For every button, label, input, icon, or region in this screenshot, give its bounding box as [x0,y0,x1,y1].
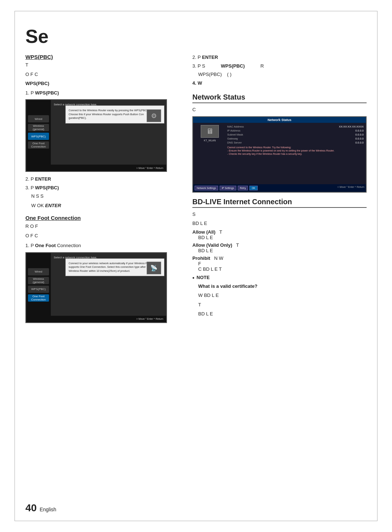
wps-step3: 3. P WPS(PBC) [25,184,181,192]
wps-step2-label: 2. P [25,176,34,182]
screen2-wired: Wired [28,268,49,275]
wps-right-step3-line1: S [202,63,205,69]
screen2-nav-text: > Move " Enter ^ Return [136,318,163,320]
wps-right-r-text: R [261,63,264,69]
note-bullet-icon: • [192,275,195,281]
screen1-wps: WPS(PBC) [28,133,49,140]
screen2-onefoot: One Foot Connection [28,294,49,302]
wps-intro-3: WPS(PBC) [25,80,181,87]
wps-right-step4-label: 4. W [192,80,202,86]
ns-dns-row: DNS Server 0.0.0.0 [227,141,364,144]
ns-gateway-label: Gateway [227,137,238,140]
note-text3: BD L E [198,310,367,318]
prohibit-desc2: C BD L E T [198,266,367,272]
screen2-router-icon: 📡 [150,265,158,271]
note-block: • NOTE What is a valid certificate? W BD… [192,275,367,318]
screen2-wireless: Wireless (general) [28,277,49,284]
screen2-device-icon: 📡 [147,262,161,274]
ns-router-icon: 🖥 [206,127,213,136]
ns-btn-retry[interactable]: Retry [238,186,248,190]
tv-screen-1: Network Settings Wired Wireless (general… [26,100,166,171]
screen2-wps: WPS(PBC) [28,286,49,293]
ns-mac-label: MAC Address [227,125,244,128]
page-footer: 40 English [25,502,56,514]
wps-right-step2: 2. P ENTER [192,54,367,61]
ns-right-panel: MAC Address XX:XX:XX:XX:XXXX IP Address … [227,125,364,176]
screen1-nav-text: > Move " Enter ^ Return [136,167,163,169]
wps-right-steps: 2. P ENTER 3. P S WPS(PBC) R WPS(PBC) ( … [192,54,367,86]
ns-subnet-label: Subnet Mask [227,133,243,136]
tv-screen-2: Network Settings Wired Wireless (general… [26,253,166,322]
right-column: 2. P ENTER 3. P S WPS(PBC) R WPS(PBC) ( … [192,54,367,327]
network-status-section: Network Status C Network Status 🖥 KT_WLA… [192,93,367,318]
wps-section: WPS(PBC) T O F C WPS(PBC) 1. P WPS(PBC) … [25,54,181,209]
wps-right-step3: 3. P S WPS(PBC) R [192,63,367,70]
wps-right-step3-paren: WPS(PBC) ( ) [198,71,367,78]
left-column: WPS(PBC) T O F C WPS(PBC) 1. P WPS(PBC) … [25,54,181,327]
wps-right-paren: ( ) [227,72,231,77]
network-status-heading: Network Status [192,93,367,103]
bd-live-intro: S [192,211,367,218]
wps-step3-highlight: WPS(PBC) [35,185,59,190]
prohibit-item: Prohibit N W F C BD L E T [192,255,367,272]
wps-right-step2-highlight: ENTER [202,55,218,60]
note-label: NOTE [197,275,210,280]
prohibit-label: Prohibit [192,255,210,261]
screen1-onefoot: One Foot Connection [28,141,49,149]
wps-right-wpspbc: WPS(PBC) [221,63,245,69]
screen2-dialog: Connect to your wireless network automat… [65,258,164,277]
screen1-router-icon: ⚙ [151,112,157,120]
one-foot-step1-label: 1. P [25,243,34,248]
one-foot-screen-image: Network Settings Wired Wireless (general… [25,252,167,323]
network-status-intro: C [192,106,367,113]
wps-right-step2-label: 2. P [192,55,201,60]
wps-right-step4: 4. W [192,80,367,87]
one-foot-step1-highlight: One Foot [35,243,56,248]
screen1-device-icon: ⚙ [147,109,161,122]
ns-btn-network[interactable]: Network Settings [195,186,218,190]
ns-ip-label: IP Address [227,129,240,132]
ns-error-message: Cannot connect to the Wireless Router. T… [227,146,364,156]
ns-btn-ip[interactable]: IP Settings [220,186,236,190]
ns-body: 🖥 KT_WLAN MAC Address XX:XX:XX:XX:XXXX I… [193,123,366,178]
prohibit-text: N W [214,255,223,261]
allow-all-text: T [219,229,222,235]
page-title: Se [25,25,367,47]
wps-right-step3-label: 3. P [192,63,201,69]
wps-step3-label: 3. P [25,185,34,190]
screen2-main: Select a network connection type. Connec… [51,253,166,322]
ns-device-label: KT_WLAN [204,139,216,142]
ns-ip-row: IP Address 0.0.0.0 [227,129,364,132]
ns-mac-value: XX:XX:XX:XX:XXXX [339,125,364,128]
bd-live-heading: BD-LIVE Internet Connection [192,198,367,208]
ns-device-icon: 🖥 [201,125,219,138]
screen1-nav-bar: > Move " Enter ^ Return [26,165,166,171]
bd-live-section: BD-LIVE Internet Connection S BD L E All… [192,198,367,318]
one-foot-intro: R O F [25,223,181,230]
one-foot-heading: One Foot Connection [25,215,181,221]
screen1-dialog: Connect to the Wireless Router easily by… [65,105,164,124]
one-foot-step1: 1. P One Foot Connection [25,242,181,249]
allow-valid-item: Allow (Valid Only) T BD L E [192,242,367,253]
network-status-screen: Network Status 🖥 KT_WLAN MAC Address XX:… [192,116,367,193]
allow-all-label: Allow (All) [192,229,216,235]
wps-step3-extra: W OK ENTER [31,202,181,209]
ns-subnet-value: 0.0.0.0 [355,133,364,136]
screen1-main: Select a network connection type. Connec… [51,100,166,171]
bd-live-intro2: BD L E [192,220,367,227]
one-foot-section: One Foot Connection R O F O F C 1. P One… [25,215,181,323]
ns-bottom-bar: Network Settings IP Settings Retry OK < … [193,184,366,192]
wps-intro-1: T [25,61,181,69]
screen1-sidebar: Wired Wireless (general) WPS(PBC) One Fo… [26,100,51,171]
wps-right-wpspbc2: WPS(PBC) [198,72,222,77]
wps-step2: 2. P ENTER [25,176,181,183]
allow-all-desc: BD L E [198,235,367,240]
ns-left-panel: 🖥 KT_WLAN [195,125,224,176]
ns-btn-ok[interactable]: OK [249,186,257,190]
one-foot-step1-label2: Connection [57,243,81,248]
wps-ok-text: W OK [31,203,44,208]
prohibit-desc: F [198,261,367,266]
wps-step1: 1. P WPS(PBC) [25,89,181,97]
wps-intro-2: O F C [25,71,181,78]
ns-ip-value: 0.0.0.0 [355,129,364,132]
